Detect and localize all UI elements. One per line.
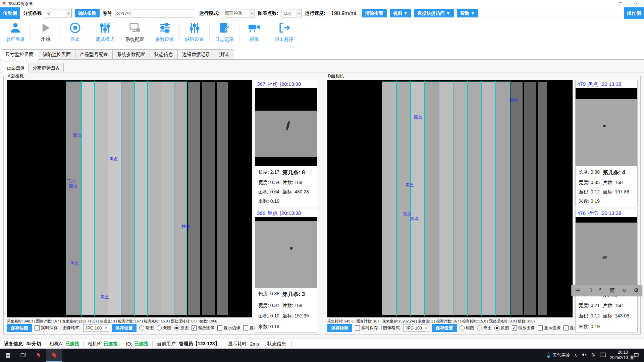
action-center-icon[interactable]: 6 bbox=[632, 349, 641, 362]
admin-login-button[interactable]: 管理登录 bbox=[1, 20, 30, 44]
ime-item[interactable]: °, bbox=[599, 287, 603, 294]
image-format-select[interactable]: JPG 100∨ bbox=[404, 324, 429, 332]
pinned-app-icon[interactable] bbox=[31, 349, 46, 362]
camera-icon bbox=[248, 21, 261, 36]
drive-side-button[interactable]: 传动侧 bbox=[0, 7, 20, 19]
show-edge-checkbox[interactable]: 显示边缘 bbox=[217, 325, 240, 331]
clear-alarm-button[interactable]: 清除报警 bbox=[362, 9, 387, 17]
ime-item[interactable]: 简 bbox=[609, 287, 615, 294]
minimize-icon[interactable]: — bbox=[598, 0, 613, 7]
zoom-image-checkbox[interactable]: ✓缩放图像 bbox=[192, 325, 215, 331]
strip-boundary-line bbox=[66, 81, 66, 316]
ime-item[interactable]: ☺ bbox=[622, 287, 627, 294]
weather-widget[interactable]: 天气寒冷 bbox=[546, 352, 570, 359]
bright-image-radio[interactable]: 亮图 bbox=[157, 325, 171, 331]
subtab-1[interactable]: 分布趋势图表 bbox=[29, 63, 64, 72]
defect-label: 黑点 bbox=[405, 182, 414, 188]
volume-muted-icon[interactable] bbox=[581, 352, 587, 359]
show-edge-checkbox[interactable]: 显示边缘 bbox=[538, 325, 561, 331]
realtime-save-checkbox[interactable]: 实时保存 bbox=[355, 325, 378, 331]
start-button[interactable]: 开始 bbox=[31, 20, 60, 44]
radio-icon bbox=[174, 325, 179, 330]
subtab-0[interactable]: 正面图像 bbox=[3, 63, 29, 73]
capture-button[interactable]: 摄像 bbox=[239, 20, 269, 44]
param-settings-button[interactable]: 参数设置 bbox=[150, 20, 179, 44]
maximize-icon[interactable]: □ bbox=[613, 0, 629, 7]
film-strip bbox=[174, 82, 186, 315]
task-view-icon[interactable] bbox=[15, 349, 31, 362]
tab-0[interactable]: 尺寸监控界面 bbox=[1, 49, 38, 60]
camera-a-image: 黑点黑点黑点黑点挫伤黑点黑点 bbox=[7, 80, 252, 317]
tab-5[interactable]: 边缘数据记录 bbox=[178, 49, 215, 59]
operator-side-button[interactable]: 操作侧 bbox=[624, 7, 644, 19]
hidden-icons-chevron-icon[interactable]: ∧ bbox=[574, 353, 577, 358]
stat-strip-number: 第几条: 4 bbox=[603, 169, 634, 176]
defect-type: 黑点 bbox=[268, 209, 278, 217]
film-strip bbox=[424, 82, 438, 315]
tab-4[interactable]: 状态信息 bbox=[150, 49, 178, 59]
tab-2[interactable]: 产品型号配置 bbox=[75, 49, 113, 59]
stat-meters: 米数: 0.19 bbox=[258, 198, 282, 204]
stat-coordinate: 坐标: 143.08 bbox=[603, 313, 634, 319]
save-settings-button[interactable]: 保存设置 bbox=[432, 324, 457, 332]
defect-card-header: 478 挫伤 |20:13:38 bbox=[576, 209, 637, 217]
camera-b-controls: 保存快照实时保存| 图像格式:JPG 100∨保存设置暗图亮图原图✓缩放图像显示… bbox=[327, 323, 573, 333]
bright-image-radio[interactable]: 亮图 bbox=[477, 325, 492, 331]
defect-card: 479 黑点 |20:13:38 长度: 0.38 第几条: 4 宽度: 0.3… bbox=[575, 80, 638, 207]
roll-number-input[interactable]: 3117-1 bbox=[115, 9, 196, 17]
app-status-bar: 设备信息:3#分切相机A:已连接相机B:已连接IO:已连接当前用户:管理员【12… bbox=[0, 339, 644, 349]
stop-button[interactable]: 停止 bbox=[60, 20, 90, 44]
thumb-black-band bbox=[255, 157, 317, 166]
confirm-count-button[interactable]: 确认条数 bbox=[75, 9, 100, 17]
touch-keyboard-icon[interactable] bbox=[600, 352, 606, 359]
defect-label: 黑点 bbox=[410, 216, 419, 222]
tab-1[interactable]: 缺陷监控界面 bbox=[38, 49, 75, 59]
snapshot-button[interactable]: 保存快照 bbox=[327, 324, 352, 332]
film-strip bbox=[382, 82, 396, 315]
defect-card: 366 黑点 |20:13:38 长度: 0.38 第几条: 3 宽度: 0.3… bbox=[255, 209, 317, 333]
ime-item[interactable]: 中 bbox=[576, 287, 581, 294]
chart-points-select[interactable]: 100 ▼ bbox=[281, 9, 302, 17]
status-segment: 设备信息:3#分切 bbox=[0, 341, 45, 347]
chevron-down-icon: ▼ bbox=[249, 9, 255, 17]
view-menu-button[interactable]: 视图 ▼ bbox=[390, 9, 411, 17]
ime-language-indicator[interactable]: 英 bbox=[591, 352, 596, 358]
slit-count-select[interactable]: 8 ▼ bbox=[45, 9, 72, 17]
image-format-select[interactable]: JPG 100∨ bbox=[83, 324, 109, 332]
debug-mode-button[interactable]: 调试模式 bbox=[90, 20, 120, 44]
clock-widget[interactable]: 20:13 2025/2/10 bbox=[610, 350, 628, 360]
exit-program-button[interactable]: 退出程序 bbox=[269, 20, 299, 44]
help-menu-button[interactable]: 帮助 ▼ bbox=[457, 9, 478, 17]
tab-6[interactable]: 测试 bbox=[215, 49, 233, 59]
defect-thumbnail bbox=[576, 88, 637, 166]
chevron-down-icon: ∨ bbox=[103, 324, 109, 331]
save-settings-button[interactable]: 保存设置 bbox=[112, 324, 137, 332]
dark-image-radio[interactable]: 暗图 bbox=[139, 325, 154, 331]
zoom-image-checkbox[interactable]: ✓缩放图像 bbox=[512, 325, 535, 331]
dark-image-radio[interactable]: 暗图 bbox=[460, 325, 474, 331]
close-icon[interactable]: × bbox=[629, 0, 644, 7]
defect-type: 黑点 bbox=[588, 80, 598, 88]
stat-coordinate: 坐标: 151.35 bbox=[282, 313, 314, 319]
defect-settings-button[interactable]: 缺陷设置 bbox=[180, 20, 209, 44]
log-record-button[interactable]: 日志记录 bbox=[210, 20, 239, 44]
data-quick-access-button[interactable]: 数据快捷访问 ▼ bbox=[414, 9, 454, 17]
ime-item[interactable]: ⚙ bbox=[634, 287, 639, 294]
tab-3[interactable]: 系统参数配置 bbox=[113, 49, 150, 59]
stat-width: 宽度: 0.31 bbox=[258, 303, 282, 309]
ime-item[interactable]: ☽ bbox=[588, 287, 593, 294]
run-speed-label: 运行速度: bbox=[305, 10, 325, 16]
active-app-icon[interactable] bbox=[46, 349, 62, 362]
start-button-icon[interactable] bbox=[0, 349, 15, 362]
ime-toolbar: 中☽°,简☺⚙ bbox=[571, 285, 642, 296]
system-config-button[interactable]: 系统配置 bbox=[120, 20, 150, 44]
realtime-save-checkbox[interactable]: 实时保存 bbox=[35, 325, 58, 331]
defect-label: 黑点 bbox=[73, 132, 82, 138]
sliders-h-icon bbox=[158, 21, 171, 36]
original-image-radio[interactable]: 原图 bbox=[494, 325, 509, 331]
snapshot-button[interactable]: 保存快照 bbox=[7, 324, 32, 332]
original-image-radio[interactable]: 原图 bbox=[174, 325, 189, 331]
defect-stats: 长度: 0.38 第几条: 4 宽度: 0.35 片数: 168 面积: 0.1… bbox=[576, 166, 637, 207]
run-mode-select[interactable]: 双面检测 ▼ bbox=[223, 9, 255, 17]
defect-label: 黑点 bbox=[69, 183, 77, 189]
